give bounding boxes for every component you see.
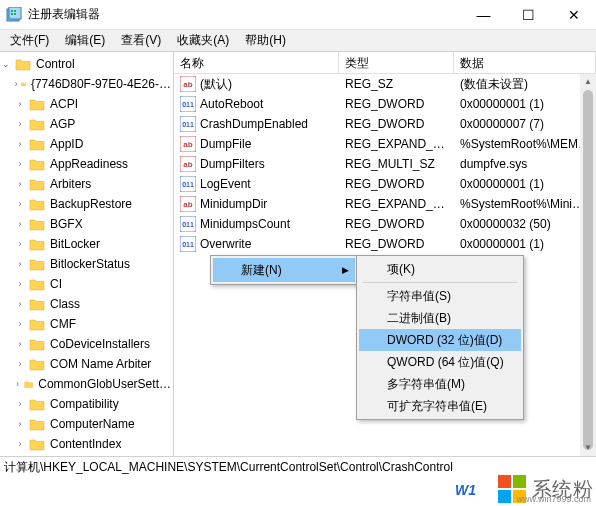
tree-item[interactable]: ›AppReadiness	[0, 154, 173, 174]
expander-icon[interactable]: ›	[14, 239, 26, 249]
menu-item-new[interactable]: 新建(N) ▶	[213, 258, 355, 282]
tree-item-label: AGP	[48, 117, 77, 131]
col-name[interactable]: 名称	[174, 52, 339, 73]
tree-item[interactable]: ›CI	[0, 274, 173, 294]
dword-value-icon	[180, 216, 196, 232]
dword-value-icon	[180, 176, 196, 192]
menu-item-value-type[interactable]: 二进制值(B)	[359, 307, 521, 329]
scroll-down-icon[interactable]: ▼	[580, 440, 596, 456]
value-row[interactable]: (默认)REG_SZ(数值未设置)	[174, 74, 596, 94]
expander-icon[interactable]: ›	[14, 339, 26, 349]
tree-item[interactable]: ›CMF	[0, 314, 173, 334]
expander-icon[interactable]: ›	[14, 99, 26, 109]
minimize-button[interactable]: —	[461, 0, 506, 30]
menu-item-value-type[interactable]: 多字符串值(M)	[359, 373, 521, 395]
tree-item[interactable]: ›BitLocker	[0, 234, 173, 254]
window-title: 注册表编辑器	[28, 6, 461, 23]
expander-icon[interactable]: ›	[14, 79, 18, 89]
tree-item[interactable]: ›ComputerName	[0, 414, 173, 434]
tree-item-label: Control	[34, 57, 77, 71]
value-data: 0x00000001 (1)	[454, 176, 596, 192]
tree-item[interactable]: ›BackupRestore	[0, 194, 173, 214]
svg-rect-2	[11, 10, 13, 12]
svg-rect-4	[11, 13, 13, 15]
expander-icon[interactable]: ⌄	[0, 59, 12, 69]
tree-item[interactable]: ›{7746D80F-97E0-4E26-…	[0, 74, 173, 94]
tree-item[interactable]: ›Compatibility	[0, 394, 173, 414]
expander-icon[interactable]: ›	[14, 279, 26, 289]
expander-icon[interactable]: ›	[14, 319, 26, 329]
value-name: DumpFilters	[200, 157, 265, 171]
menu-item-key[interactable]: 项(K)	[359, 258, 521, 280]
col-type[interactable]: 类型	[339, 52, 454, 73]
tree-item[interactable]: ›BitlockerStatus	[0, 254, 173, 274]
expander-icon[interactable]: ›	[14, 359, 26, 369]
expander-icon[interactable]: ›	[14, 139, 26, 149]
menubar: 文件(F) 编辑(E) 查看(V) 收藏夹(A) 帮助(H)	[0, 30, 596, 52]
tree-item[interactable]: ›CoDeviceInstallers	[0, 334, 173, 354]
expander-icon[interactable]: ›	[14, 259, 26, 269]
tree-item[interactable]: ›ACPI	[0, 94, 173, 114]
value-row[interactable]: AutoRebootREG_DWORD0x00000001 (1)	[174, 94, 596, 114]
menu-item-value-type[interactable]: DWORD (32 位)值(D)	[359, 329, 521, 351]
value-type: REG_DWORD	[339, 96, 454, 112]
dword-value-icon	[180, 116, 196, 132]
value-type: REG_EXPAND_SZ	[339, 136, 454, 152]
menu-file[interactable]: 文件(F)	[2, 30, 57, 51]
tree-item[interactable]: ›Arbiters	[0, 174, 173, 194]
expander-icon[interactable]: ›	[14, 199, 26, 209]
menu-help[interactable]: 帮助(H)	[237, 30, 294, 51]
menu-edit[interactable]: 编辑(E)	[57, 30, 113, 51]
value-row[interactable]: OverwriteREG_DWORD0x00000001 (1)	[174, 234, 596, 254]
value-row[interactable]: LogEventREG_DWORD0x00000001 (1)	[174, 174, 596, 194]
expander-icon[interactable]: ›	[14, 219, 26, 229]
value-row[interactable]: DumpFileREG_EXPAND_SZ%SystemRoot%\MEM…	[174, 134, 596, 154]
maximize-button[interactable]: ☐	[506, 0, 551, 30]
scroll-thumb[interactable]	[583, 90, 593, 450]
tree-item-label: AppReadiness	[48, 157, 130, 171]
expander-icon[interactable]: ›	[14, 179, 26, 189]
menu-item-value-type[interactable]: 字符串值(S)	[359, 285, 521, 307]
tree-item[interactable]: ›COM Name Arbiter	[0, 354, 173, 374]
value-row[interactable]: MinidumpDirREG_EXPAND_SZ%SystemRoot%\Min…	[174, 194, 596, 214]
menu-item-value-type[interactable]: QWORD (64 位)值(Q)	[359, 351, 521, 373]
tree-item-label: CoDeviceInstallers	[48, 337, 152, 351]
menu-favorites[interactable]: 收藏夹(A)	[169, 30, 237, 51]
tree-item[interactable]: ›AppID	[0, 134, 173, 154]
tree-item-label: ACPI	[48, 97, 80, 111]
tree-item[interactable]: ⌄CrashControl	[0, 454, 173, 456]
list-scrollbar[interactable]: ▲ ▼	[580, 74, 596, 456]
tree-item-label: BitLocker	[48, 237, 102, 251]
tree-item[interactable]: ›Class	[0, 294, 173, 314]
tree-item-label: COM Name Arbiter	[48, 357, 153, 371]
value-type: REG_MULTI_SZ	[339, 156, 454, 172]
expander-icon[interactable]: ›	[14, 399, 26, 409]
menu-item-value-type[interactable]: 可扩充字符串值(E)	[359, 395, 521, 417]
expander-icon[interactable]: ›	[14, 159, 26, 169]
watermark: 系统粉 www.win7999.com	[498, 475, 594, 503]
string-value-icon	[180, 156, 196, 172]
expander-icon[interactable]: ›	[14, 119, 26, 129]
value-type: REG_DWORD	[339, 216, 454, 232]
close-button[interactable]: ✕	[551, 0, 596, 30]
tree-item[interactable]: ⌄Control	[0, 54, 173, 74]
list-header: 名称 类型 数据	[174, 52, 596, 74]
scroll-up-icon[interactable]: ▲	[580, 74, 596, 90]
value-data: dumpfve.sys	[454, 156, 596, 172]
tree-pane[interactable]: ⌄Control›{7746D80F-97E0-4E26-…›ACPI›AGP›…	[0, 52, 174, 456]
expander-icon[interactable]: ›	[14, 299, 26, 309]
svg-rect-5	[14, 13, 16, 15]
expander-icon[interactable]: ›	[14, 379, 21, 389]
tree-item[interactable]: ›AGP	[0, 114, 173, 134]
value-row[interactable]: DumpFiltersREG_MULTI_SZdumpfve.sys	[174, 154, 596, 174]
col-data[interactable]: 数据	[454, 52, 596, 73]
tree-item[interactable]: ›BGFX	[0, 214, 173, 234]
expander-icon[interactable]: ›	[14, 419, 26, 429]
tree-item[interactable]: ›ContentIndex	[0, 434, 173, 454]
expander-icon[interactable]: ›	[14, 439, 26, 449]
value-row[interactable]: CrashDumpEnabledREG_DWORD0x00000007 (7)	[174, 114, 596, 134]
value-row[interactable]: MinidumpsCountREG_DWORD0x00000032 (50)	[174, 214, 596, 234]
menu-view[interactable]: 查看(V)	[113, 30, 169, 51]
tree-item[interactable]: ›CommonGlobUserSett…	[0, 374, 173, 394]
tree-item-label: BGFX	[48, 217, 85, 231]
